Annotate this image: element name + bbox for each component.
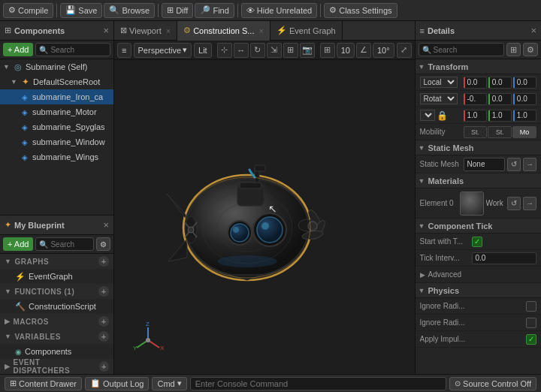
diff-button[interactable]: ⊞ Diff: [162, 3, 193, 18]
advanced-row[interactable]: ▶ Advanced: [416, 267, 541, 283]
construction-close-button[interactable]: ×: [258, 26, 263, 35]
details-search-input[interactable]: [434, 46, 500, 54]
physics-section[interactable]: ▼ Physics: [416, 283, 541, 298]
bp-section-functions[interactable]: ▼ FUNCTIONS (1) +: [0, 284, 113, 299]
tree-item-0[interactable]: ◈ submarine_Iron_ca: [0, 89, 113, 104]
phys-checkbox-0[interactable]: [526, 301, 536, 312]
add-variable-button[interactable]: +: [98, 331, 109, 342]
phys-checkbox-2[interactable]: ✓: [526, 334, 536, 345]
viewport-tab[interactable]: ⊠ Viewport ×: [114, 21, 177, 41]
blueprint-toolbar: + Add 🔍 ⚙: [0, 235, 113, 254]
self-node[interactable]: ▼ ◎ Submarine (Self): [0, 59, 113, 74]
bp-section-variables[interactable]: ▼ VARIABLES +: [0, 329, 113, 344]
details-settings-button[interactable]: ⚙: [523, 43, 538, 56]
add-component-button[interactable]: + Add: [3, 43, 33, 56]
add-function-button[interactable]: +: [98, 286, 109, 297]
location-dropdown[interactable]: Local World: [420, 77, 458, 88]
materials-section[interactable]: ▼ Materials: [416, 173, 541, 188]
lock-icon[interactable]: 🔒: [437, 110, 448, 121]
construction-tab[interactable]: ⚙ Construction S... ×: [177, 21, 270, 41]
mesh-value-box[interactable]: None: [464, 158, 505, 171]
bp-construction-script[interactable]: 🔨 ConstructionScript: [0, 299, 113, 314]
components-close-button[interactable]: ×: [104, 25, 110, 36]
angle-button[interactable]: 10°: [373, 43, 394, 58]
camera-button[interactable]: 📷: [300, 43, 315, 58]
snap-button[interactable]: ⊞: [283, 43, 298, 58]
material-thumbnail[interactable]: [460, 191, 484, 216]
tree-item-4[interactable]: ◈ submarine_Wings: [0, 149, 113, 164]
grid-size-button[interactable]: 10: [337, 43, 355, 58]
tree-item-3[interactable]: ◈ submarine_Window: [0, 134, 113, 149]
tree-item-2[interactable]: ◈ submarine_Spyglas: [0, 119, 113, 134]
viewport-close-button[interactable]: ×: [166, 26, 171, 35]
blueprint-close-button[interactable]: ×: [104, 219, 110, 231]
components-search-input[interactable]: [50, 46, 107, 54]
mobility-stationary-button[interactable]: St.: [488, 126, 512, 138]
scale-dropdown[interactable]: ▾: [420, 110, 435, 121]
blueprint-search-input[interactable]: [50, 240, 90, 249]
tick-interval-value[interactable]: 0.0: [472, 252, 536, 264]
rotate-button[interactable]: ↻: [250, 43, 265, 58]
details-grid-button[interactable]: ⊞: [506, 43, 521, 56]
save-button[interactable]: 💾 Save: [60, 3, 102, 18]
source-control-button[interactable]: ⊙ Source Control Off: [449, 377, 536, 390]
rotation-y[interactable]: 0.0: [488, 93, 512, 105]
bp-event-graph[interactable]: ⚡ EventGraph: [0, 269, 113, 284]
tick-start-checkbox[interactable]: ✓: [472, 237, 482, 247]
add-dispatcher-button[interactable]: +: [99, 361, 109, 372]
phys-checkbox-1[interactable]: [526, 318, 536, 328]
browse-button[interactable]: 🔍 Browse: [104, 3, 155, 18]
rotation-z[interactable]: 0.0: [513, 93, 536, 105]
angle-toggle-button[interactable]: ∠: [356, 43, 371, 58]
cmd-button[interactable]: Cmd ▾: [152, 377, 186, 390]
console-input[interactable]: [190, 377, 446, 390]
viewport-canvas[interactable]: ↖ X Y Z: [114, 60, 414, 374]
grid-toggle-button[interactable]: ⊞: [320, 43, 335, 58]
scale-button[interactable]: ⇲: [267, 43, 282, 58]
bp-section-graphs[interactable]: ▼ GRAPHS +: [0, 254, 113, 269]
maximize-icon[interactable]: ⤢: [397, 43, 412, 58]
rotation-x[interactable]: -0.: [464, 93, 487, 105]
output-log-button[interactable]: 📋 Output Log: [85, 377, 149, 390]
material-reset-button[interactable]: ↺: [507, 197, 521, 210]
translate-button[interactable]: ↔: [234, 43, 249, 58]
svg-text:Y: Y: [133, 345, 138, 351]
bp-section-dispatchers[interactable]: ▶ EVENT DISPATCHERS +: [0, 359, 113, 374]
location-x[interactable]: 0.0: [464, 77, 487, 89]
blueprint-settings-button[interactable]: ⚙: [96, 237, 110, 251]
hide-unrelated-button[interactable]: 👁 Hide Unrelated: [241, 3, 317, 18]
scale-z[interactable]: 1.0: [513, 110, 536, 122]
lit-button[interactable]: Lit: [194, 43, 212, 58]
location-z[interactable]: 0.0: [513, 77, 536, 89]
scale-x[interactable]: 1.0: [464, 110, 487, 122]
default-scene-root-node[interactable]: ▼ ✦ DefaultSceneRoot: [0, 74, 113, 89]
rotation-dropdown[interactable]: Rotat: [420, 93, 458, 104]
class-settings-button[interactable]: ⚙ Class Settings: [324, 3, 397, 18]
compile-button[interactable]: ⚙ Compile: [3, 3, 53, 18]
transform-section[interactable]: ▼ Transform: [416, 59, 541, 74]
add-macro-button[interactable]: +: [98, 316, 109, 327]
find-button[interactable]: 🔎 Find: [195, 3, 234, 18]
scale-y[interactable]: 1.0: [488, 110, 512, 122]
bp-section-macros[interactable]: ▶ MACROS +: [0, 314, 113, 329]
bp-components-var[interactable]: ◉ Components: [0, 344, 113, 359]
details-close-button[interactable]: ×: [530, 25, 536, 36]
event-graph-tab[interactable]: ⚡ Event Graph: [270, 21, 343, 41]
expand-button[interactable]: ⤢: [397, 43, 412, 58]
tree-item-1[interactable]: ◈ submarine_Motor: [0, 104, 113, 119]
select-mode-button[interactable]: ⊹: [217, 43, 232, 58]
perspective-button[interactable]: Perspective ▾: [134, 43, 192, 58]
component-tick-section[interactable]: ▼ Component Tick: [416, 219, 541, 234]
static-mesh-section[interactable]: ▼ Static Mesh: [416, 140, 541, 155]
mobility-movable-button[interactable]: Mo: [512, 126, 536, 138]
mesh-browse-button[interactable]: →: [523, 158, 536, 171]
mesh-reset-button[interactable]: ↺: [507, 158, 521, 171]
content-drawer-button[interactable]: ⊞ Content Drawer: [5, 377, 82, 390]
location-y[interactable]: 0.0: [488, 77, 512, 89]
add-blueprint-button[interactable]: + Add: [3, 237, 33, 251]
material-browse-button[interactable]: →: [523, 197, 536, 210]
add-graph-button[interactable]: +: [98, 256, 109, 267]
hamburger-button[interactable]: ≡: [117, 43, 131, 58]
mesh-icon-1: ◈: [20, 107, 30, 117]
mobility-static-button[interactable]: St.: [464, 126, 488, 138]
